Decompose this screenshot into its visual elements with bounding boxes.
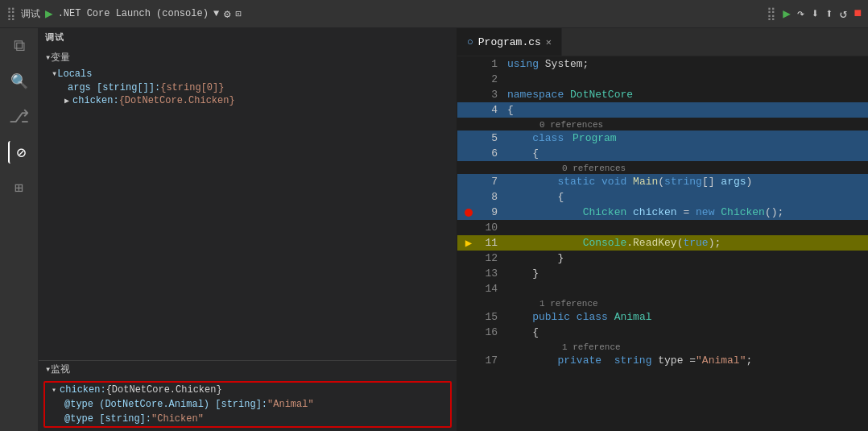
gutter-11: ▶ <box>457 236 480 250</box>
continue-button[interactable]: ▶ <box>783 6 791 22</box>
tab-dot-icon: ○ <box>467 36 473 48</box>
code-line-ref7: 0 references <box>457 161 868 174</box>
code-line-11: ▶ 11 Console.ReadKey(true); <box>457 235 868 251</box>
arrow-indicator-11: ▶ <box>465 236 472 250</box>
breakpoint-9 <box>465 209 473 217</box>
config-name[interactable]: .NET Core Launch (console) <box>58 8 209 19</box>
tab-title: Program.cs <box>478 36 541 48</box>
step-out-button[interactable]: ⬆ <box>825 6 833 22</box>
code-line-17: 17 private string type ="Animal"; <box>457 353 868 368</box>
debug-sidebar: 调试 ▾ 变量 ▾ Locals args [string[]]: {strin… <box>39 28 457 431</box>
code-line-13: 13 } <box>457 266 868 281</box>
code-line-10: 10 <box>457 220 868 235</box>
code-line-15: 15 public class Animal <box>457 309 868 325</box>
variables-arrow: ▾ <box>45 52 51 64</box>
gutter-9 <box>457 209 480 217</box>
code-editor[interactable]: 1 using System; 2 3 namespace DotNetCore <box>457 56 868 431</box>
main-area: ⧉ 🔍 ⎇ ⊘ ⊞ 调试 ▾ 变量 ▾ Locals args [string[… <box>0 28 868 431</box>
tab-close-icon[interactable]: ✕ <box>546 36 552 48</box>
tab-bar: ○ Program.cs ✕ <box>457 28 868 56</box>
git-icon[interactable]: ⎇ <box>8 106 31 128</box>
code-line-5: 5 class Program <box>457 131 868 146</box>
locals-args-item[interactable]: args [string[]]: {string[0]} <box>39 81 457 94</box>
locals-header[interactable]: ▾ Locals <box>39 66 457 81</box>
code-line-6: 6 { <box>457 146 868 161</box>
activity-bar: ⧉ 🔍 ⎇ ⊘ ⊞ <box>0 28 39 431</box>
code-line-ref5: 0 references <box>457 118 868 131</box>
files-icon[interactable]: ⧉ <box>8 35 31 57</box>
code-line-16: 16 { <box>457 325 868 340</box>
code-line-8: 8 { <box>457 189 868 205</box>
locals-chicken-item[interactable]: ▶ chicken: {DotNetCore.Chicken} <box>39 94 457 107</box>
debug-icon[interactable]: ⊘ <box>8 141 31 164</box>
step-over-button[interactable]: ↷ <box>797 6 805 22</box>
code-line-ref15: 1 reference <box>457 296 868 309</box>
watch-type-animal-item[interactable]: @type (DotNetCore.Animal) [string]: "Ani… <box>45 397 450 412</box>
code-line-2: 2 <box>457 72 868 87</box>
watch-type-item[interactable]: @type [string]: "Chicken" <box>45 412 450 426</box>
dropdown-icon[interactable]: ▼ <box>213 8 219 19</box>
watch-panel: ▾ 监视 ▾ chicken: {DotNetCore.Chicken} @ty… <box>39 360 457 431</box>
sidebar-header: 调试 <box>39 28 457 46</box>
step-into-button[interactable]: ⬇ <box>811 6 819 22</box>
watch-content: ▾ chicken: {DotNetCore.Chicken} @type (D… <box>43 381 452 428</box>
gear-icon[interactable]: ⚙ <box>224 7 230 21</box>
debug-toolbar: ⣿ 调试 ▶ .NET Core Launch (console) ▼ ⚙ ⊡ … <box>0 0 868 28</box>
watch-chicken-item[interactable]: ▾ chicken: {DotNetCore.Chicken} <box>45 383 450 397</box>
code-line-14: 14 <box>457 281 868 296</box>
restart-button[interactable]: ↺ <box>840 6 848 22</box>
variables-section[interactable]: ▾ 变量 <box>39 49 457 66</box>
dots-grid-icon: ⣿ <box>767 6 776 22</box>
watch-header[interactable]: ▾ 监视 <box>39 361 457 378</box>
variables-panel: ▾ 变量 ▾ Locals args [string[]]: {string[0… <box>39 46 457 360</box>
code-line-ref17: 1 reference <box>457 340 868 353</box>
extensions-icon[interactable]: ⊞ <box>8 176 31 199</box>
code-line-4: 4 { <box>457 102 868 118</box>
code-line-9: 9 Chicken chicken = new Chicken(); <box>457 205 868 220</box>
code-line-7: 7 static void Main(string[] args) <box>457 174 868 189</box>
debug-controls: ⣿ ▶ ↷ ⬇ ⬆ ↺ ■ <box>767 6 862 22</box>
play-button[interactable]: ▶ <box>45 6 53 22</box>
debug-dots-icon: ⣿ <box>6 6 16 22</box>
code-line-1: 1 using System; <box>457 56 868 72</box>
code-line-12: 12 } <box>457 251 868 266</box>
code-line-3: 3 namespace DotNetCore <box>457 87 868 102</box>
search-icon[interactable]: 🔍 <box>8 70 31 93</box>
lines-container: 1 using System; 2 3 namespace DotNetCore <box>457 56 868 431</box>
stop-button[interactable]: ■ <box>854 6 862 21</box>
debug-label: 调试 <box>21 7 40 21</box>
terminal-icon[interactable]: ⊡ <box>236 8 242 20</box>
program-cs-tab[interactable]: ○ Program.cs ✕ <box>457 28 562 56</box>
editor-area: ○ Program.cs ✕ 1 using System; 2 <box>457 28 868 431</box>
